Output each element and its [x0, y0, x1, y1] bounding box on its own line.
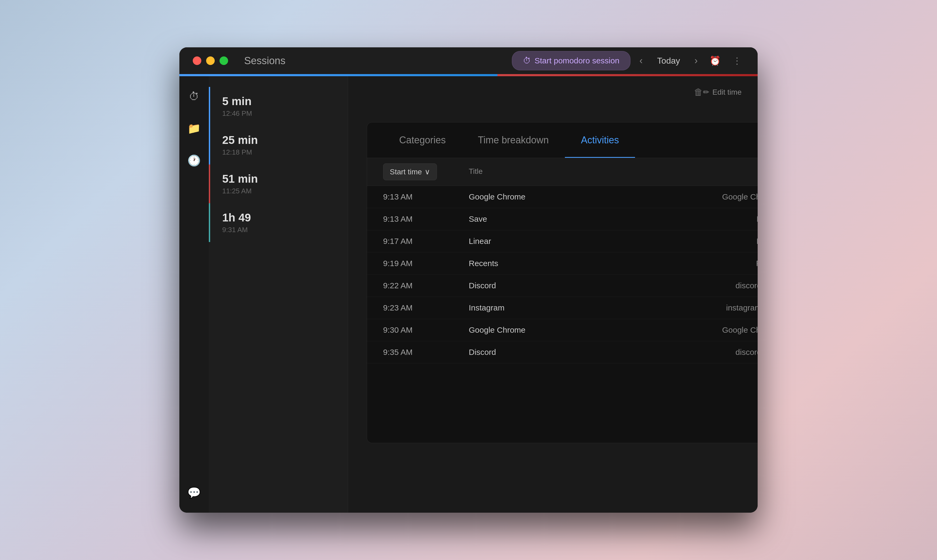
- row-time: 9:35 AM: [383, 348, 469, 357]
- sidebar-icon-chat[interactable]: 💬: [185, 483, 204, 502]
- session-bar-3: [209, 165, 210, 203]
- session-time-1: 12:46 PM: [222, 109, 334, 118]
- row-time: 9:23 AM: [383, 303, 469, 312]
- table-row[interactable]: 9:22 AM Discord discord.com: [367, 275, 758, 297]
- session-time-3: 11:25 AM: [222, 187, 334, 195]
- sidebar-icon-folder[interactable]: 📁: [185, 119, 204, 138]
- row-url: discord.com: [672, 348, 758, 357]
- row-title: Recents: [469, 259, 672, 268]
- detail-panel: 🗑 ✏ Edit time Categories Time breakdown: [348, 76, 758, 513]
- table-row[interactable]: 9:13 AM Save Figma: [367, 208, 758, 230]
- th-start-time: Start time ∨: [383, 163, 469, 180]
- row-time: 9:19 AM: [383, 259, 469, 268]
- today-button[interactable]: Today: [652, 53, 685, 68]
- prev-nav-button[interactable]: ‹: [637, 52, 645, 69]
- session-duration-2: 25 min: [222, 134, 334, 146]
- row-title: Discord: [469, 348, 672, 357]
- activities-modal: Categories Time breakdown Activities: [367, 122, 758, 443]
- table-header: Start time ∨ Title Url: [367, 158, 758, 186]
- timer-icon: ⏱: [523, 56, 531, 65]
- start-pomodoro-button[interactable]: ⏱ Start pomodoro session: [512, 51, 630, 70]
- close-button[interactable]: [193, 57, 201, 65]
- session-item-4[interactable]: 1h 49 9:31 AM: [209, 203, 348, 242]
- maximize-button[interactable]: [219, 57, 228, 65]
- activities-table: Start time ∨ Title Url 9:13 AM Google Ch…: [367, 158, 758, 443]
- session-item-3[interactable]: 51 min 11:25 AM: [209, 165, 348, 203]
- row-title: Google Chrome: [469, 325, 672, 335]
- chevron-down-icon: ∨: [425, 168, 430, 176]
- table-row[interactable]: 9:23 AM Instagram instagram.com: [367, 297, 758, 319]
- sidebar: ⏱ 📁 🕐 💬: [179, 76, 209, 513]
- sidebar-icon-timer[interactable]: ⏱: [185, 87, 204, 106]
- row-time: 9:17 AM: [383, 237, 469, 246]
- session-bar-2: [209, 126, 210, 165]
- delete-button[interactable]: 🗑: [694, 87, 703, 97]
- row-url: discord.com: [672, 281, 758, 290]
- tab-activities[interactable]: Activities: [565, 123, 635, 158]
- title-bar-actions: ⏱ Start pomodoro session ‹ Today › ⏰ ⋮: [512, 51, 744, 70]
- traffic-lights: [193, 57, 228, 65]
- row-url: Google Chrome: [672, 192, 758, 202]
- row-url: Finder: [672, 259, 758, 268]
- clock-icon-button[interactable]: ⏰: [707, 53, 723, 69]
- progress-bar: [179, 74, 758, 76]
- session-item-2[interactable]: 25 min 12:18 PM: [209, 126, 348, 165]
- row-time: 9:13 AM: [383, 192, 469, 202]
- row-title: Save: [469, 214, 672, 223]
- progress-red: [497, 74, 758, 76]
- row-url: Figma: [672, 214, 758, 223]
- table-row[interactable]: 9:35 AM Discord discord.com: [367, 341, 758, 363]
- session-time-4: 9:31 AM: [222, 226, 334, 234]
- session-duration-1: 5 min: [222, 95, 334, 108]
- tab-categories[interactable]: Categories: [383, 123, 462, 158]
- row-time: 9:13 AM: [383, 214, 469, 223]
- row-title: Discord: [469, 281, 672, 290]
- sidebar-icon-history[interactable]: 🕐: [185, 151, 204, 170]
- edit-time-button[interactable]: ✏ Edit time: [703, 87, 742, 97]
- row-url: instagram.com: [672, 303, 758, 312]
- table-row[interactable]: 9:17 AM Linear Linear: [367, 230, 758, 252]
- start-time-sort-button[interactable]: Start time ∨: [383, 163, 437, 180]
- table-row[interactable]: 9:19 AM Recents Finder: [367, 252, 758, 275]
- app-title: Sessions: [244, 55, 512, 66]
- app-window: Sessions ⏱ Start pomodoro session ‹ Toda…: [179, 47, 758, 513]
- row-title: Linear: [469, 237, 672, 246]
- row-time: 9:30 AM: [383, 325, 469, 335]
- pencil-icon: ✏: [703, 88, 709, 97]
- table-row[interactable]: 9:13 AM Google Chrome Google Chrome: [367, 186, 758, 208]
- tab-time-breakdown[interactable]: Time breakdown: [462, 123, 565, 158]
- session-time-2: 12:18 PM: [222, 148, 334, 157]
- row-url: Linear: [672, 237, 758, 246]
- minimize-button[interactable]: [206, 57, 215, 65]
- more-options-button[interactable]: ⋮: [730, 53, 744, 69]
- session-duration-4: 1h 49: [222, 211, 334, 224]
- detail-header: 🗑 ✏ Edit time: [348, 76, 758, 97]
- session-item-1[interactable]: 5 min 12:46 PM: [209, 87, 348, 126]
- title-bar: Sessions ⏱ Start pomodoro session ‹ Toda…: [179, 47, 758, 74]
- row-url: Google Chrome: [672, 325, 758, 335]
- session-bar-4: [209, 203, 210, 242]
- th-url: Url: [672, 163, 758, 180]
- table-row[interactable]: 9:30 AM Google Chrome Google Chrome: [367, 319, 758, 341]
- modal-tabs: Categories Time breakdown Activities: [367, 123, 758, 158]
- sessions-panel: 5 min 12:46 PM 25 min 12:18 PM 51 min 11…: [209, 76, 348, 513]
- row-time: 9:22 AM: [383, 281, 469, 290]
- progress-blue: [179, 74, 497, 76]
- row-title: Instagram: [469, 303, 672, 312]
- row-title: Google Chrome: [469, 192, 672, 202]
- th-title: Title: [469, 163, 672, 180]
- session-bar-1: [209, 87, 210, 126]
- next-nav-button[interactable]: ›: [692, 52, 700, 69]
- main-content: ⏱ 📁 🕐 💬 5 min 12:46 PM 25 min 12:18 PM 5…: [179, 76, 758, 513]
- session-duration-3: 51 min: [222, 172, 334, 185]
